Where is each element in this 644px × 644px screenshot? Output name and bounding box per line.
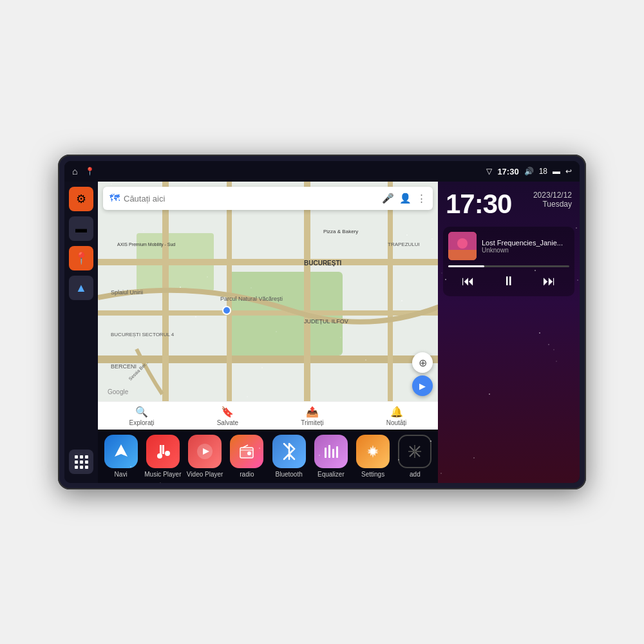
bluetooth-app[interactable]: Bluetooth <box>270 435 308 478</box>
settings-app-icon <box>356 435 390 468</box>
right-panel: 17:30 2023/12/12 Tuesday <box>438 182 580 483</box>
star <box>548 344 549 345</box>
files-sidebar-icon[interactable]: ▬ <box>69 216 93 241</box>
navigate-icon: ▶ <box>419 381 426 391</box>
svg-rect-4 <box>98 310 438 316</box>
news-button[interactable]: 🔔 Noutăți <box>386 406 407 426</box>
add-app[interactable]: add <box>396 435 434 478</box>
svg-text:JUDEȚUL ILFOV: JUDEȚUL ILFOV <box>304 318 348 325</box>
more-icon[interactable]: ⋮ <box>417 193 426 204</box>
map-search-input[interactable] <box>124 194 378 204</box>
back-icon[interactable]: ↩ <box>565 167 572 176</box>
svg-point-30 <box>247 451 251 455</box>
svg-text:Splaiul Unirii: Splaiul Unirii <box>111 289 143 296</box>
share-label: Trimiteți <box>301 419 323 426</box>
center-location-button[interactable]: ⊕ <box>412 352 433 373</box>
svg-text:AXIS Premium Mobility - Sud: AXIS Premium Mobility - Sud <box>117 242 175 247</box>
start-nav-button[interactable]: ▶ <box>412 375 433 396</box>
battery-icon: ▬ <box>553 167 560 176</box>
mic-icon[interactable]: 🎤 <box>382 193 394 204</box>
explore-icon: 🔍 <box>135 406 148 418</box>
folder-icon: ▬ <box>75 222 87 236</box>
maps-status-icon[interactable]: 📍 <box>85 167 95 176</box>
nav-sidebar-icon[interactable]: ▲ <box>69 276 93 300</box>
app-grid-panel: NaviMusic PlayerVideo Playerradio Blueto… <box>98 430 438 483</box>
saved-button[interactable]: 🔖 Salvate <box>217 406 238 426</box>
star <box>473 457 475 459</box>
clock-date-year: 2023/12/12 <box>533 191 572 200</box>
news-icon: 🔔 <box>390 406 403 418</box>
maps-sidebar-icon[interactable]: 📍 <box>69 246 93 270</box>
google-maps-icon: 🗺 <box>109 193 120 204</box>
clock-time: 17:30 <box>446 191 511 218</box>
svg-point-43 <box>457 238 468 249</box>
star <box>489 393 490 395</box>
home-icon[interactable]: ⌂ <box>72 166 77 176</box>
settings-app[interactable]: Settings <box>354 435 392 478</box>
svg-text:Google: Google <box>108 388 129 395</box>
grid-sidebar-icon[interactable] <box>69 450 93 474</box>
gear-icon: ⚙ <box>76 192 86 206</box>
video-app[interactable]: Video Player <box>186 435 224 478</box>
news-label: Noutăți <box>386 419 407 426</box>
equalizer-app[interactable]: Equalizer <box>312 435 350 478</box>
star <box>441 272 442 274</box>
music-details: Lost Frequencies_Janie... Unknown <box>482 239 569 254</box>
svg-rect-34 <box>328 445 330 458</box>
pause-button[interactable]: ⏸ <box>496 271 522 291</box>
svg-rect-44 <box>448 250 477 260</box>
signal-display: 18 <box>539 167 547 176</box>
bluetooth-app-label: Bluetooth <box>275 471 302 478</box>
map-background: Splaiul Unirii Parcul Natural Văcărești … <box>98 182 438 430</box>
svg-rect-8 <box>304 182 310 407</box>
time-display: 17:30 <box>497 167 518 176</box>
svg-rect-3 <box>98 259 438 265</box>
svg-point-19 <box>223 307 231 314</box>
explore-button[interactable]: 🔍 Explorați <box>129 406 155 426</box>
music-title: Lost Frequencies_Janie... <box>482 239 569 247</box>
radio-app[interactable]: radio <box>228 435 266 478</box>
map-bottom-bar: 🔍 Explorați 🔖 Salvate 📤 Trimiteți � <box>98 401 438 430</box>
share-button[interactable]: 📤 Trimiteți <box>301 406 323 426</box>
radio-app-label: radio <box>240 471 254 478</box>
svg-text:Pizza & Bakery: Pizza & Bakery <box>323 229 358 234</box>
app-grid: NaviMusic PlayerVideo Playerradio Blueto… <box>102 435 434 478</box>
svg-rect-36 <box>336 446 338 458</box>
pin-icon: 📍 <box>74 251 88 265</box>
star <box>556 361 557 362</box>
sidebar: ⚙ ▬ 📍 ▲ <box>64 182 98 483</box>
share-icon: 📤 <box>306 406 319 418</box>
music-app-icon <box>146 435 180 468</box>
album-art <box>448 232 477 260</box>
equalizer-app-icon <box>314 435 348 468</box>
bluetooth-app-icon <box>272 435 306 468</box>
svg-rect-9 <box>388 182 393 407</box>
map-container[interactable]: Splaiul Unirii Parcul Natural Văcărești … <box>98 182 438 430</box>
explore-label: Explorați <box>129 419 155 426</box>
next-button[interactable]: ⏭ <box>536 271 562 291</box>
clock-widget: 17:30 2023/12/12 Tuesday <box>438 182 580 224</box>
svg-text:BUCUREȘTI: BUCUREȘTI <box>304 260 342 267</box>
settings-sidebar-icon[interactable]: ⚙ <box>69 187 93 211</box>
map-search-bar[interactable]: 🗺 🎤 👤 ⋮ <box>103 187 433 210</box>
star <box>576 227 577 229</box>
wifi-icon: ▽ <box>486 167 492 176</box>
music-artist: Unknown <box>482 247 569 254</box>
settings-app-label: Settings <box>361 471 384 478</box>
prev-button[interactable]: ⏮ <box>455 271 481 291</box>
svg-rect-25 <box>160 445 162 457</box>
arrow-icon: ▲ <box>75 281 87 295</box>
progress-bar[interactable] <box>448 265 569 267</box>
user-icon[interactable]: 👤 <box>399 193 412 204</box>
svg-rect-6 <box>162 182 169 407</box>
svg-rect-33 <box>325 448 327 458</box>
main-content: ⚙ ▬ 📍 ▲ <box>64 182 580 483</box>
navi-app[interactable]: Navi <box>102 435 140 478</box>
navi-app-icon <box>104 435 138 468</box>
video-app-icon <box>188 435 222 468</box>
music-app[interactable]: Music Player <box>144 435 182 478</box>
svg-point-23 <box>165 451 170 456</box>
star <box>553 349 554 350</box>
equalizer-app-label: Equalizer <box>317 471 345 478</box>
grid-icon <box>75 455 88 469</box>
